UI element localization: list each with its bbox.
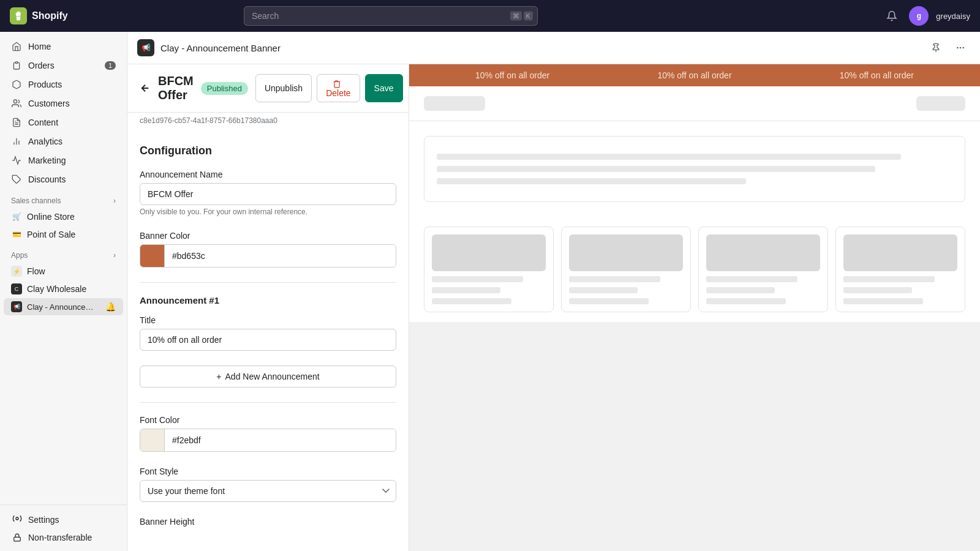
flow-label: Flow [27, 266, 45, 276]
banner-height-label: Banner Height [140, 517, 396, 527]
search-shortcut: ⌘ K [510, 12, 533, 21]
preview-card-text-4b [843, 287, 912, 293]
sidebar-nav: Home Orders 1 Products [0, 32, 127, 504]
font-color-swatch[interactable] [140, 429, 165, 451]
font-color-field [140, 429, 396, 452]
shopify-bag-icon [10, 7, 27, 24]
section-divider-2 [140, 402, 396, 403]
config-body: Configuration Announcement Name Only vis… [127, 132, 409, 551]
user-avatar[interactable]: g [909, 6, 929, 26]
pin-button[interactable] [926, 38, 946, 58]
save-button[interactable]: Save [365, 74, 403, 102]
top-navigation: Shopify ⌘ K g greydaisy [0, 0, 980, 32]
notification-settings-icon: 🔔 [105, 302, 116, 312]
delete-label: Delete [326, 88, 350, 98]
non-transferable-label: Non-transferable [28, 533, 92, 542]
header-buttons: Unpublish Delete Save [255, 74, 403, 102]
add-announcement-wrapper: + Add New Announcement [140, 365, 396, 388]
online-store-icon: 🛒 [11, 211, 22, 222]
sidebar-item-content[interactable]: Content [4, 113, 123, 132]
preview-hero-line-1 [437, 154, 901, 160]
analytics-label: Analytics [28, 137, 62, 146]
notification-button[interactable] [882, 6, 902, 26]
sidebar-item-discounts[interactable]: Discounts [4, 170, 123, 189]
banner-color-swatch[interactable] [140, 245, 165, 267]
marketing-label: Marketing [28, 156, 66, 165]
sidebar-item-orders[interactable]: Orders 1 [4, 56, 123, 75]
preview-card-text-4c [843, 298, 923, 304]
main-content: 📢 Clay - Announcement Banner BFCM Off [127, 32, 980, 551]
sidebar-item-online-store[interactable]: 🛒 Online Store [4, 208, 123, 225]
announcement-name-label: Announcement Name [140, 170, 396, 179]
sidebar-item-analytics[interactable]: Analytics [4, 132, 123, 151]
sidebar-item-clay-wholesale[interactable]: C Clay Wholesale [4, 280, 123, 298]
announcement-name-hint: Only visible to you. For your own intern… [140, 208, 396, 216]
preview-hero [409, 121, 980, 217]
announcement-name-input[interactable] [140, 183, 396, 205]
preview-card-img-3 [706, 234, 820, 271]
preview-header-nav [916, 96, 965, 111]
preview-card-4 [835, 227, 965, 312]
search-key1: ⌘ [510, 12, 522, 21]
font-style-select[interactable]: Use your theme font Custom font [140, 480, 396, 502]
page-layout: Home Orders 1 Products [0, 32, 980, 551]
preview-card-3 [698, 227, 828, 312]
search-input[interactable] [244, 6, 538, 26]
preview-header-bar [409, 86, 980, 121]
sidebar-item-point-of-sale[interactable]: 💳 Point of Sale [4, 226, 123, 243]
title-input[interactable] [140, 329, 396, 351]
home-label: Home [28, 42, 51, 51]
non-transferable-item[interactable]: Non-transferable [5, 529, 122, 546]
orders-badge: 1 [105, 61, 116, 70]
preview-card-text-4a [843, 276, 935, 282]
banner-color-input[interactable] [165, 245, 396, 267]
preview-card-text-2a [569, 276, 660, 282]
banner-height-section: Banner Height [140, 517, 396, 527]
point-of-sale-label: Point of Sale [27, 230, 75, 239]
sidebar-item-marketing[interactable]: Marketing [4, 151, 123, 170]
config-id: c8e1d976-cb57-4a1f-8757-66b17380aaa0 [127, 113, 409, 132]
announcement-name-section: Announcement Name Only visible to you. F… [140, 170, 396, 216]
configuration-title: Configuration [140, 144, 396, 157]
svg-point-12 [960, 47, 960, 48]
analytics-icon [11, 136, 22, 147]
shopify-wordmark: Shopify [32, 10, 68, 21]
delete-button[interactable]: Delete [317, 74, 360, 102]
svg-point-11 [957, 47, 958, 48]
preview-card-1 [424, 227, 554, 312]
svg-rect-9 [14, 537, 21, 541]
non-transferable-icon [12, 533, 22, 542]
font-style-label: Font Style [140, 467, 396, 476]
back-button[interactable] [140, 80, 151, 97]
sidebar-item-products[interactable]: Products [4, 75, 123, 94]
sidebar-item-flow[interactable]: ⚡ Flow [4, 263, 123, 280]
sidebar-item-customers[interactable]: Customers [4, 94, 123, 113]
search-bar[interactable]: ⌘ K [244, 6, 538, 26]
page-header-actions [926, 38, 970, 58]
products-label: Products [28, 80, 62, 89]
shopify-logo[interactable]: Shopify [10, 7, 68, 24]
sidebar-bottom: Settings Non-transferable [0, 504, 127, 551]
customers-label: Customers [28, 99, 70, 108]
sidebar-item-clay-announcement[interactable]: 📢 Clay - Announcement... 🔔 [4, 298, 123, 315]
more-options-button[interactable] [951, 38, 970, 58]
clay-wholesale-label: Clay Wholesale [27, 284, 86, 294]
preview-card-text-3a [706, 276, 797, 282]
content-label: Content [28, 118, 58, 127]
font-color-input[interactable] [165, 429, 396, 451]
discounts-icon [11, 174, 22, 185]
add-announcement-button[interactable]: + Add New Announcement [140, 365, 396, 388]
preview-card-text-2b [569, 287, 638, 293]
add-announcement-plus: + [216, 372, 221, 381]
preview-card-text-2c [569, 298, 649, 304]
section-divider-1 [140, 282, 396, 283]
svg-point-8 [16, 517, 18, 520]
unpublish-button[interactable]: Unpublish [255, 74, 312, 102]
config-panel-header: BFCM Offer Published Unpublish Delete Sa… [127, 64, 409, 113]
username[interactable]: greydaisy [936, 12, 970, 21]
font-style-section: Font Style Use your theme font Custom fo… [140, 467, 396, 502]
sidebar-item-home[interactable]: Home [4, 37, 123, 56]
settings-item[interactable]: Settings [5, 510, 122, 529]
preview-banner-text-2: 10% off on all order [657, 70, 731, 80]
banner-color-label: Banner Color [140, 231, 396, 241]
